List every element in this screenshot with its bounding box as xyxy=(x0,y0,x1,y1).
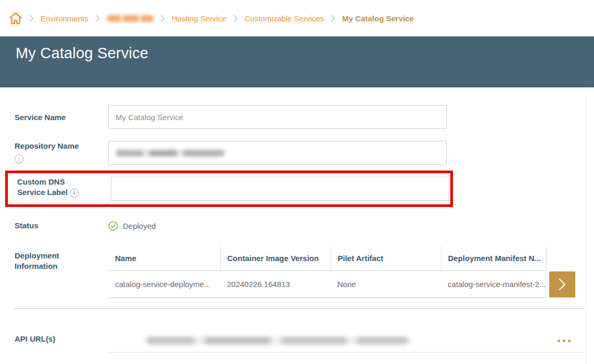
info-icon[interactable]: i xyxy=(15,154,23,163)
api-urls-label: API URL(s) xyxy=(15,330,108,353)
deployment-table: Name Container Image Version Pilet Artif… xyxy=(108,246,547,298)
page-title: My Catalog Service xyxy=(16,45,594,62)
breadcrumb-item-environments[interactable]: Environments xyxy=(41,14,89,23)
column-header-container-image-version[interactable]: Container Image Version xyxy=(220,246,331,270)
table-header-row: Name Container Image Version Pilet Artif… xyxy=(108,246,546,270)
custom-dns-input[interactable] xyxy=(111,177,449,201)
cell-container-image-version: 20240226.164813 xyxy=(220,270,331,297)
table-row[interactable]: catalog-service-deployme... 20240226.164… xyxy=(108,270,546,297)
custom-dns-label-line2: Service Label i xyxy=(17,187,111,198)
status-badge: Deployed xyxy=(123,222,156,230)
breadcrumb-item-hosting-service[interactable]: Hosting Service xyxy=(172,14,226,23)
chevron-right-icon xyxy=(29,15,34,22)
service-name-label: Service Name xyxy=(15,105,108,129)
home-icon[interactable] xyxy=(9,11,22,25)
chevron-right-icon xyxy=(95,15,100,22)
status-row: Status Deployed xyxy=(15,220,594,231)
row-detail-arrow-button[interactable] xyxy=(549,271,575,297)
redacted-text xyxy=(146,337,409,344)
deployment-info-label-line1: Deployment xyxy=(15,246,108,261)
status-value: Deployed xyxy=(108,220,447,231)
more-actions-button[interactable] xyxy=(557,336,572,345)
breadcrumb-item-redacted[interactable] xyxy=(107,15,154,22)
chevron-right-icon xyxy=(160,15,165,22)
cell-deployment-manifest: catalog-service-manifest-2... xyxy=(441,270,546,297)
repository-name-input[interactable] xyxy=(108,141,447,165)
ellipsis-dot xyxy=(568,340,571,342)
column-header-name[interactable]: Name xyxy=(108,246,220,270)
breadcrumb-item-customizable-services[interactable]: Customizable Services xyxy=(245,14,324,23)
repository-name-label: Repository Name xyxy=(15,141,108,151)
api-url-field xyxy=(108,330,583,353)
redacted-text xyxy=(116,150,225,157)
ellipsis-dot xyxy=(563,340,565,342)
deployment-info-label-group: Deployment Information xyxy=(15,246,108,298)
cell-pilet-artifact: None xyxy=(331,270,441,297)
column-header-deployment-manifest[interactable]: Deployment Manifest N... xyxy=(441,246,546,270)
chevron-right-icon xyxy=(557,277,567,292)
deployment-info-label-line2: Information xyxy=(15,261,108,271)
info-icon[interactable]: i xyxy=(70,189,79,198)
repository-name-label-group: Repository Name i xyxy=(15,141,108,165)
repository-name-info: i xyxy=(15,154,108,163)
highlight-box-custom-dns: Custom DNS Service Label i xyxy=(5,171,453,207)
custom-dns-label-text: Service Label xyxy=(17,188,68,197)
custom-dns-label-line1: Custom DNS xyxy=(17,177,111,187)
breadcrumb: Environments Hosting Service Customizabl… xyxy=(0,0,594,36)
deployment-table-wrap: Name Container Image Version Pilet Artif… xyxy=(108,246,594,298)
api-urls-row: API URL(s) xyxy=(15,330,594,353)
chevron-right-icon xyxy=(331,15,335,22)
chevron-right-icon xyxy=(233,15,238,22)
scrollbar-track[interactable] xyxy=(586,87,586,364)
service-detail-form: Service Name Repository Name i Custom DN… xyxy=(0,105,594,353)
custom-dns-row: Custom DNS Service Label i xyxy=(17,177,450,201)
deployment-info-row: Deployment Information Name Container Im… xyxy=(15,246,594,298)
service-name-input[interactable] xyxy=(108,105,447,129)
home-icon-svg xyxy=(9,11,22,25)
success-check-icon xyxy=(108,221,118,231)
repository-name-row: Repository Name i xyxy=(15,141,594,165)
custom-dns-label-group: Custom DNS Service Label i xyxy=(17,177,111,201)
dashed-divider xyxy=(15,308,584,309)
ellipsis-dot xyxy=(558,340,560,342)
cell-name: catalog-service-deployme... xyxy=(108,270,220,297)
page-header: My Catalog Service xyxy=(0,36,594,87)
breadcrumb-item-current: My Catalog Service xyxy=(342,14,414,23)
status-label: Status xyxy=(15,220,108,231)
column-header-pilet-artifact[interactable]: Pilet Artifact xyxy=(331,246,441,270)
service-name-row: Service Name xyxy=(15,105,594,129)
